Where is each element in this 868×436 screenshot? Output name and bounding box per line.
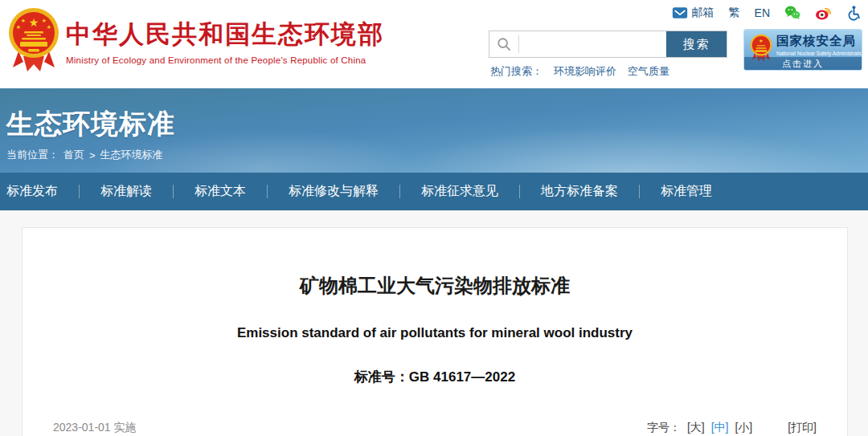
accessibility-icon [845, 5, 862, 21]
search-bar: 搜索 [489, 31, 727, 58]
breadcrumb-current: 生态环境标准 [100, 148, 163, 162]
breadcrumb: 当前位置： 首页 > 生态环境标准 [6, 148, 163, 162]
nav-item-standard-amendment[interactable]: 标准修改与解释 [289, 183, 379, 200]
search-input[interactable] [519, 31, 666, 57]
site-header: ★ ★ ★ ★ ★ 中华人民共和国生态环境部 Ministry of Ecolo… [0, 0, 868, 88]
accessibility-link[interactable] [845, 5, 862, 21]
page: ★ ★ ★ ★ ★ 中华人民共和国生态环境部 Ministry of Ecolo… [0, 0, 868, 436]
implementation-date: 2023-01-01 实施 [53, 421, 137, 435]
nav-separator [519, 185, 520, 198]
search-icon-zone [489, 31, 518, 57]
font-size-controls: 字号： [大] [中] [小] [打印] [647, 421, 817, 435]
standards-nav: 标准发布 标准解读 标准文本 标准修改与解释 标准征求意见 地方标准备案 标准管… [0, 173, 868, 210]
site-subtitle: Ministry of Ecology and Environment of t… [66, 55, 384, 65]
svg-text:★: ★ [42, 18, 47, 23]
article-card: 矿物棉工业大气污染物排放标准 Emission standard of air … [22, 227, 848, 436]
nav-separator [267, 185, 268, 198]
english-label: EN [755, 6, 770, 19]
section-banner: 生态环境标准 当前位置： 首页 > 生态环境标准 [0, 88, 868, 173]
hot-search-link-air[interactable]: 空气质量 [628, 64, 669, 79]
nnsa-subtitle: National Nuclear Safety Administration [776, 51, 862, 56]
font-size-small-button[interactable]: [小] [735, 421, 752, 435]
font-size-medium-button[interactable]: [中] [711, 421, 729, 435]
svg-text:★: ★ [21, 18, 26, 23]
site-title: 中华人民共和国生态环境部 [66, 18, 384, 51]
nav-item-standard-text[interactable]: 标准文本 [194, 183, 246, 200]
mail-label: 邮箱 [692, 6, 714, 20]
wechat-link[interactable] [784, 5, 800, 21]
traditional-label: 繁 [729, 6, 740, 20]
breadcrumb-home-link[interactable]: 首页 [63, 148, 84, 162]
nnsa-title: 国家核安全局 [776, 33, 862, 50]
nav-separator [173, 185, 174, 198]
nav-separator [399, 185, 400, 198]
nav-item-local-standard-filing[interactable]: 地方标准备案 [541, 183, 618, 200]
svg-text:★: ★ [47, 24, 51, 30]
hot-search: 热门搜索： 环境影响评价 空气质量 [490, 64, 669, 79]
search-icon [497, 37, 511, 51]
nnsa-enter-button[interactable]: 点击进入 [744, 57, 862, 70]
font-size-large-button[interactable]: [大] [687, 421, 705, 435]
article-meta-row: 2023-01-01 实施 字号： [大] [中] [小] [打印] [53, 421, 817, 435]
nnsa-text: 国家核安全局 National Nuclear Safety Administr… [776, 33, 862, 56]
nav-item-standard-release[interactable]: 标准发布 [6, 183, 58, 200]
weibo-link[interactable] [815, 5, 831, 21]
nav-item-standard-interpretation[interactable]: 标准解读 [100, 183, 152, 200]
site-brand: 中华人民共和国生态环境部 Ministry of Ecology and Env… [66, 18, 384, 65]
font-size-label: 字号： [647, 421, 681, 435]
nav-separator [79, 185, 80, 198]
mail-icon [672, 5, 688, 21]
article-title-en: Emission standard of air pollutants for … [23, 325, 847, 341]
nav-item-standard-comments[interactable]: 标准征求意见 [421, 183, 498, 200]
search-button[interactable]: 搜索 [666, 31, 727, 57]
traditional-chinese-toggle[interactable]: 繁 [729, 6, 740, 20]
weibo-icon [815, 5, 831, 21]
national-emblem-icon: ★ ★ ★ ★ ★ [8, 6, 59, 74]
hot-search-link-eia[interactable]: 环境影响评价 [554, 64, 616, 79]
hot-search-label: 热门搜索： [490, 64, 542, 79]
article-standard-number: 标准号：GB 41617—2022 [23, 368, 847, 386]
svg-text:★: ★ [16, 24, 21, 30]
print-button[interactable]: [打印] [788, 421, 817, 435]
content-area: 矿物棉工业大气污染物排放标准 Emission standard of air … [0, 210, 868, 436]
article-title-zh: 矿物棉工业大气污染物排放标准 [23, 273, 847, 299]
breadcrumb-label: 当前位置： [6, 148, 59, 162]
english-toggle[interactable]: EN [755, 6, 770, 19]
nnsa-banner[interactable]: ★ 国家核安全局 National Nuclear Safety Adminis… [743, 29, 862, 71]
mail-link[interactable]: 邮箱 [672, 5, 714, 21]
wechat-icon [784, 5, 800, 21]
svg-text:★: ★ [29, 16, 39, 29]
nav-separator [639, 185, 640, 198]
nav-item-standard-management[interactable]: 标准管理 [661, 183, 712, 200]
breadcrumb-separator: > [89, 149, 96, 161]
svg-text:★: ★ [759, 38, 764, 43]
page-title: 生态环境标准 [6, 106, 175, 143]
top-utility-links: 邮箱 繁 EN [672, 4, 862, 22]
